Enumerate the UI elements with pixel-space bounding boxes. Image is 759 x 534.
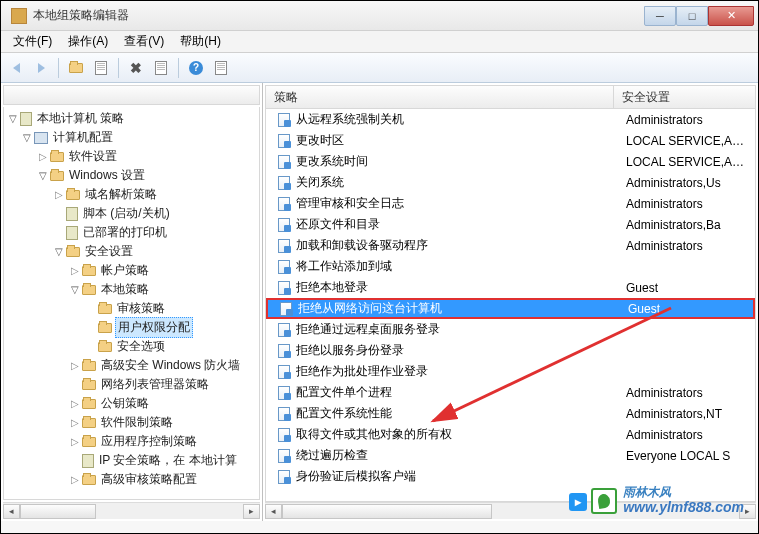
tree-user-rights[interactable]: 用户权限分配 [4,318,259,337]
security-setting: Guest [626,281,755,295]
list-row[interactable]: 身份验证后模拟客户端 [266,466,755,487]
app-icon [11,8,27,24]
list-row[interactable]: 加载和卸载设备驱动程序Administrators [266,235,755,256]
list-row[interactable]: 拒绝作为批处理作业登录 [266,361,755,382]
help-button[interactable]: ? [185,57,207,79]
properties-button[interactable] [150,57,172,79]
watermark-brand: 雨林木风 [623,486,744,499]
list-row[interactable]: 拒绝从网络访问这台计算机Guest [266,298,755,319]
expand-icon[interactable] [52,189,66,200]
list-row[interactable]: 更改时区LOCAL SERVICE,A… [266,130,755,151]
security-setting: Guest [628,302,753,316]
list-row[interactable]: 将工作站添加到域 [266,256,755,277]
tree-adv-firewall[interactable]: 高级安全 Windows 防火墙 [4,356,259,375]
expand-icon[interactable] [52,246,66,257]
column-security-setting[interactable]: 安全设置 [614,86,755,108]
list-row[interactable]: 取得文件或其他对象的所有权Administrators [266,424,755,445]
policy-item-icon [278,301,294,317]
policy-item-icon [276,112,292,128]
expand-icon[interactable] [68,417,82,428]
export-list-button[interactable] [210,57,232,79]
tree-account-policies[interactable]: 帐户策略 [4,261,259,280]
menu-view[interactable]: 查看(V) [116,31,172,52]
tree-ip-security[interactable]: IP 安全策略，在 本地计算 [4,451,259,470]
tree-audit-policy[interactable]: 审核策略 [4,299,259,318]
toolbar-separator [118,58,119,78]
list-row[interactable]: 绕过遍历检查Everyone LOCAL S [266,445,755,466]
tree-label: 域名解析策略 [83,185,159,204]
titlebar: 本地组策略编辑器 ─ □ ✕ [1,1,758,31]
expand-icon[interactable] [68,265,82,276]
folder-icon [82,361,96,371]
tree-windows-settings[interactable]: Windows 设置 [4,166,259,185]
tree-app-control[interactable]: 应用程序控制策略 [4,432,259,451]
policy-item-icon [276,217,292,233]
list-row[interactable]: 配置文件系统性能Administrators,NT [266,403,755,424]
policy-item-icon [276,427,292,443]
tree-label: 本地计算机 策略 [35,109,126,128]
tree-security-options[interactable]: 安全选项 [4,337,259,356]
policy-tree[interactable]: 本地计算机 策略 计算机配置 软件设置 Windows 设置 域名解析策略 脚本… [3,107,260,500]
scroll-left-button[interactable]: ◂ [3,504,20,519]
list-row[interactable]: 关闭系统Administrators,Us [266,172,755,193]
up-folder-button[interactable] [65,57,87,79]
scroll-thumb[interactable] [282,504,492,519]
tree-security-settings[interactable]: 安全设置 [4,242,259,261]
menu-file[interactable]: 文件(F) [5,31,60,52]
expand-icon[interactable] [68,474,82,485]
tree-label: 审核策略 [115,299,167,318]
policy-item-icon [276,196,292,212]
delete-button[interactable]: ✖ [125,57,147,79]
expand-icon[interactable] [68,398,82,409]
scroll-right-button[interactable]: ▸ [243,504,260,519]
folder-icon [69,63,83,73]
question-icon: ? [189,61,203,75]
policy-item-icon [276,280,292,296]
forward-button[interactable] [30,57,52,79]
tree-hscrollbar[interactable]: ◂ ▸ [3,502,260,519]
tree-adv-audit[interactable]: 高级审核策略配置 [4,470,259,489]
list-row[interactable]: 管理审核和安全日志Administrators [266,193,755,214]
security-setting: Everyone LOCAL S [626,449,755,463]
tree-scripts[interactable]: 脚本 (启动/关机) [4,204,259,223]
tree-public-key[interactable]: 公钥策略 [4,394,259,413]
tree-software-settings[interactable]: 软件设置 [4,147,259,166]
show-hide-tree-button[interactable] [90,57,112,79]
column-policy[interactable]: 策略 [266,86,614,108]
list-row[interactable]: 拒绝通过远程桌面服务登录 [266,319,755,340]
scroll-left-button[interactable]: ◂ [265,504,282,519]
menu-action[interactable]: 操作(A) [60,31,116,52]
expand-icon[interactable] [36,151,50,162]
list-row[interactable]: 拒绝本地登录Guest [266,277,755,298]
expand-icon[interactable] [20,132,34,143]
list-row[interactable]: 从远程系统强制关机Administrators [266,109,755,130]
back-button[interactable] [5,57,27,79]
menu-help[interactable]: 帮助(H) [172,31,229,52]
tree-printers[interactable]: 已部署的打印机 [4,223,259,242]
expand-icon[interactable] [6,113,20,124]
scroll-thumb[interactable] [20,504,96,519]
tree-root[interactable]: 本地计算机 策略 [4,109,259,128]
tree-computer-config[interactable]: 计算机配置 [4,128,259,147]
tree-software-restrict[interactable]: 软件限制策略 [4,413,259,432]
tree-dns-policy[interactable]: 域名解析策略 [4,185,259,204]
expand-icon[interactable] [36,170,50,181]
policy-name: 配置文件系统性能 [296,405,626,422]
printer-icon [66,226,78,240]
list-row[interactable]: 拒绝以服务身份登录 [266,340,755,361]
maximize-button[interactable]: □ [676,6,708,26]
watermark: ▸ 雨林木风 www.ylmf888.com [591,486,744,515]
close-button[interactable]: ✕ [708,6,754,26]
list-row[interactable]: 配置文件单个进程Administrators [266,382,755,403]
policy-name: 从远程系统强制关机 [296,111,626,128]
minimize-button[interactable]: ─ [644,6,676,26]
policy-list[interactable]: 从远程系统强制关机Administrators更改时区LOCAL SERVICE… [265,109,756,502]
expand-icon[interactable] [68,436,82,447]
tree-local-policies[interactable]: 本地策略 [4,280,259,299]
expand-icon[interactable] [68,360,82,371]
list-row[interactable]: 还原文件和目录Administrators,Ba [266,214,755,235]
expand-icon[interactable] [68,284,82,295]
tree-network-list[interactable]: 网络列表管理器策略 [4,375,259,394]
policy-name: 拒绝本地登录 [296,279,626,296]
list-row[interactable]: 更改系统时间LOCAL SERVICE,A… [266,151,755,172]
